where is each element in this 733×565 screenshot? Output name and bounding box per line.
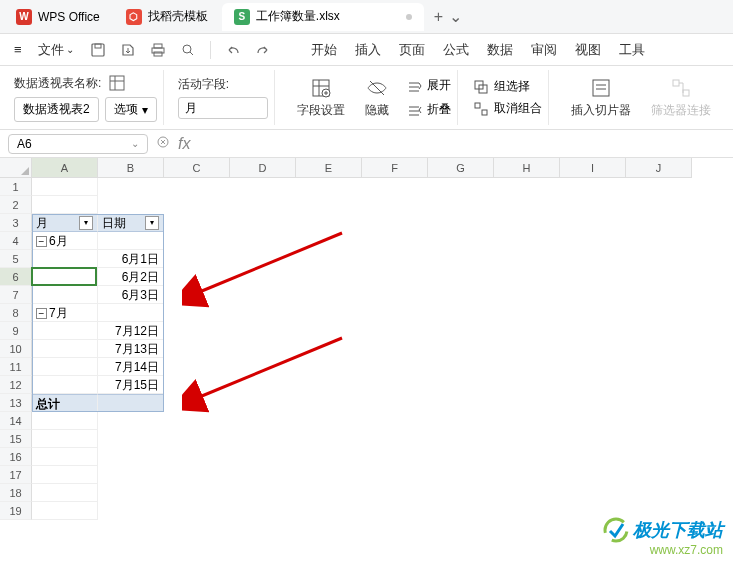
- row-header[interactable]: 1: [0, 178, 32, 196]
- cell[interactable]: [32, 502, 98, 520]
- tab-view[interactable]: 视图: [575, 41, 601, 59]
- insert-slicer-button[interactable]: 插入切片器: [563, 76, 639, 119]
- tab-wps-office[interactable]: W WPS Office: [4, 3, 112, 31]
- tab-insert[interactable]: 插入: [355, 41, 381, 59]
- collapse-button[interactable]: 折叠: [405, 101, 451, 119]
- pivot-date[interactable]: 6月1日: [98, 250, 164, 268]
- tab-start[interactable]: 开始: [311, 41, 337, 59]
- pivot-name-value[interactable]: 数据透视表2: [14, 97, 99, 122]
- pivot-group-7[interactable]: −7月: [32, 304, 98, 322]
- row-header[interactable]: 7: [0, 286, 32, 304]
- row-header[interactable]: 10: [0, 340, 32, 358]
- options-button[interactable]: 选项▾: [105, 97, 157, 122]
- tab-workbook[interactable]: S 工作簿数量.xlsx: [222, 3, 424, 31]
- col-header-f[interactable]: F: [362, 158, 428, 178]
- row-header[interactable]: 11: [0, 358, 32, 376]
- pivot-group-6[interactable]: −6月: [32, 232, 98, 250]
- cell[interactable]: [32, 196, 98, 214]
- tabs-dropdown[interactable]: ⌄: [449, 7, 462, 26]
- row-header[interactable]: 5: [0, 250, 32, 268]
- ungroup-button[interactable]: 取消组合: [472, 100, 542, 118]
- row-header[interactable]: 19: [0, 502, 32, 520]
- pivot-header-month[interactable]: 月▾: [32, 214, 98, 232]
- row-header[interactable]: 15: [0, 430, 32, 448]
- row-header[interactable]: 2: [0, 196, 32, 214]
- row-header[interactable]: 18: [0, 484, 32, 502]
- tab-tools[interactable]: 工具: [619, 41, 645, 59]
- cell[interactable]: [98, 394, 164, 412]
- row-header[interactable]: 12: [0, 376, 32, 394]
- undo-button[interactable]: [219, 38, 247, 62]
- cell[interactable]: [32, 340, 98, 358]
- col-header-e[interactable]: E: [296, 158, 362, 178]
- cell[interactable]: [98, 232, 164, 250]
- new-tab-button[interactable]: +: [434, 8, 443, 26]
- row-header[interactable]: 9: [0, 322, 32, 340]
- cell[interactable]: [32, 286, 98, 304]
- cell-a6[interactable]: [32, 268, 98, 286]
- row-header[interactable]: 8: [0, 304, 32, 322]
- pivot-date[interactable]: 7月14日: [98, 358, 164, 376]
- name-box[interactable]: A6 ⌄: [8, 134, 148, 154]
- pivot-date[interactable]: 7月13日: [98, 340, 164, 358]
- cell[interactable]: [32, 322, 98, 340]
- filter-dropdown-icon[interactable]: ▾: [79, 216, 93, 230]
- cell[interactable]: [32, 376, 98, 394]
- collapse-icon[interactable]: −: [36, 308, 47, 319]
- group-selection-button[interactable]: 组选择: [472, 78, 542, 96]
- pivot-date[interactable]: 6月3日: [98, 286, 164, 304]
- row-header[interactable]: 6: [0, 268, 32, 286]
- col-header-c[interactable]: C: [164, 158, 230, 178]
- fx-icon[interactable]: fx: [178, 135, 190, 153]
- export-button[interactable]: [114, 38, 142, 62]
- select-all-corner[interactable]: [0, 158, 32, 178]
- col-header-h[interactable]: H: [494, 158, 560, 178]
- hamburger-button[interactable]: ≡: [8, 38, 28, 61]
- expand-button[interactable]: 展开: [405, 77, 451, 95]
- col-header-j[interactable]: J: [626, 158, 692, 178]
- col-header-a[interactable]: A: [32, 158, 98, 178]
- cancel-icon[interactable]: [156, 135, 170, 153]
- print-button[interactable]: [144, 38, 172, 62]
- pivot-date[interactable]: 6月2日: [98, 268, 164, 286]
- collapse-icon[interactable]: −: [36, 236, 47, 247]
- pivot-date[interactable]: 7月15日: [98, 376, 164, 394]
- row-header[interactable]: 14: [0, 412, 32, 430]
- tab-review[interactable]: 审阅: [531, 41, 557, 59]
- tab-daoke[interactable]: ⬡ 找稻壳模板: [114, 3, 220, 31]
- cell[interactable]: [32, 466, 98, 484]
- cell[interactable]: [32, 358, 98, 376]
- row-header[interactable]: 4: [0, 232, 32, 250]
- col-header-d[interactable]: D: [230, 158, 296, 178]
- cell[interactable]: [32, 250, 98, 268]
- cell[interactable]: [32, 412, 98, 430]
- file-menu[interactable]: 文件 ⌄: [32, 37, 80, 63]
- col-header-g[interactable]: G: [428, 158, 494, 178]
- pivot-date[interactable]: 7月12日: [98, 322, 164, 340]
- cell[interactable]: [32, 430, 98, 448]
- tab-page[interactable]: 页面: [399, 41, 425, 59]
- row-header[interactable]: 16: [0, 448, 32, 466]
- col-header-i[interactable]: I: [560, 158, 626, 178]
- col-header-b[interactable]: B: [98, 158, 164, 178]
- cell[interactable]: [32, 484, 98, 502]
- save-button[interactable]: [84, 38, 112, 62]
- tab-formula[interactable]: 公式: [443, 41, 469, 59]
- pivot-list-icon[interactable]: [107, 73, 127, 93]
- redo-button[interactable]: [249, 38, 277, 62]
- cell[interactable]: [32, 178, 98, 196]
- print-preview-button[interactable]: [174, 38, 202, 62]
- cell[interactable]: [32, 448, 98, 466]
- pivot-total[interactable]: 总计: [32, 394, 98, 412]
- tab-data[interactable]: 数据: [487, 41, 513, 59]
- cells-area[interactable]: 月▾ 日期▾ −6月 6月1日 6月2日 6月3日 −7月 7月12日 7月13…: [32, 178, 733, 520]
- cell[interactable]: [98, 304, 164, 322]
- row-header[interactable]: 17: [0, 466, 32, 484]
- filter-dropdown-icon[interactable]: ▾: [145, 216, 159, 230]
- row-header[interactable]: 3: [0, 214, 32, 232]
- row-header[interactable]: 13: [0, 394, 32, 412]
- field-settings-button[interactable]: 字段设置: [289, 76, 353, 119]
- hide-button[interactable]: 隐藏: [357, 76, 397, 119]
- active-field-input[interactable]: [178, 97, 268, 119]
- pivot-header-date[interactable]: 日期▾: [98, 214, 164, 232]
